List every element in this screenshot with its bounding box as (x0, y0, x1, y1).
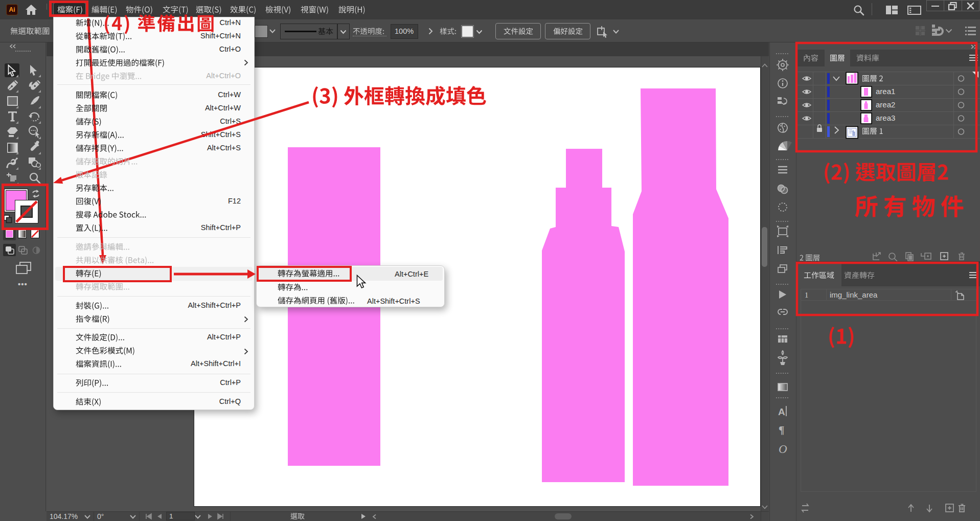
svg-text:A: A (778, 406, 785, 417)
svg-text:O: O (779, 443, 787, 456)
svg-text:¶: ¶ (779, 424, 784, 436)
